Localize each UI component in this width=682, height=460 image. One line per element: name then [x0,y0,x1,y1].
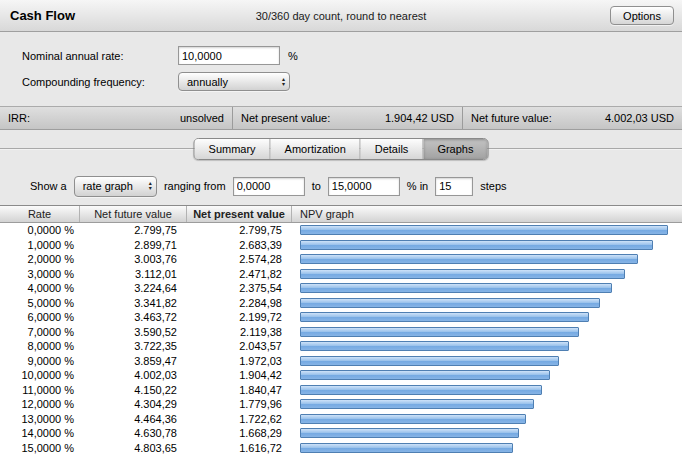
npv-bar [300,443,513,453]
net-present-value-cell: 2.375,54 [187,282,292,294]
tab-summary[interactable]: Summary [195,139,271,159]
compounding-value: annually [187,76,228,88]
irr-status: IRR: unsolved [0,107,233,129]
tab-group: Summary Amortization Details Graphs [194,138,489,160]
npv-graph-cell [292,283,682,293]
npv-graph-cell [292,254,682,264]
ranging-from-label: ranging from [164,180,226,192]
rate-cell: 9,0000 % [0,355,80,367]
net-present-value-cell: 2.284,98 [187,297,292,309]
table-row[interactable]: 4,0000 %3.224,642.375,54 [0,281,682,296]
tab-graphs[interactable]: Graphs [423,139,487,159]
table-row[interactable]: 7,0000 %3.590,522.119,38 [0,325,682,340]
npv-graph-cell [292,414,682,424]
nfv-label: Net future value: [471,112,552,124]
rate-cell: 11,0000 % [0,384,80,396]
popup-arrows-icon: ▴▾ [145,181,156,191]
col-header-rate[interactable]: Rate [0,206,80,222]
net-present-value-cell: 2.574,28 [187,253,292,265]
npv-graph-cell [292,385,682,395]
table-row[interactable]: 12,0000 %4.304,291.779,96 [0,397,682,412]
table-row[interactable]: 2,0000 %3.003,762.574,28 [0,252,682,267]
form-area: Nominal annual rate: % Compounding frequ… [0,32,682,106]
range-to-input[interactable] [328,177,400,196]
npv-graph-cell [292,443,682,453]
table-row[interactable]: 15,0000 %4.803,651.616,72 [0,441,682,456]
npv-graph-cell [292,428,682,438]
npv-bar [300,225,668,235]
net-present-value-cell: 1.722,62 [187,413,292,425]
rate-cell: 2,0000 % [0,253,80,265]
steps-input[interactable] [435,177,473,196]
tab-amortization[interactable]: Amortization [271,139,361,159]
table-row[interactable]: 5,0000 %3.341,822.284,98 [0,296,682,311]
net-present-value-cell: 1.668,29 [187,427,292,439]
rate-cell: 6,0000 % [0,311,80,323]
table-row[interactable]: 8,0000 %3.722,352.043,57 [0,339,682,354]
npv-bar [300,254,638,264]
npv-bar [300,341,569,351]
rate-cell: 13,0000 % [0,413,80,425]
npv-graph-cell [292,341,682,351]
col-header-net-present-value[interactable]: Net present value [187,206,292,222]
rate-cell: 5,0000 % [0,297,80,309]
rate-cell: 10,0000 % [0,369,80,381]
table-row[interactable]: 14,0000 %4.630,781.668,29 [0,426,682,441]
rate-cell: 15,0000 % [0,442,80,454]
tab-details[interactable]: Details [361,139,424,159]
npv-bar [300,399,534,409]
net-present-value-cell: 2.043,57 [187,340,292,352]
npv-graph-cell [292,298,682,308]
npv-bar [300,428,519,438]
npv-graph-cell [292,269,682,279]
table-row[interactable]: 1,0000 %2.899,712.683,39 [0,238,682,253]
rate-cell: 3,0000 % [0,268,80,280]
options-button[interactable]: Options [610,6,674,25]
rate-cell: 7,0000 % [0,326,80,338]
status-bar: IRR: unsolved Net present value: 1.904,4… [0,106,682,130]
npv-bar [300,298,600,308]
rate-cell: 12,0000 % [0,398,80,410]
col-header-net-future-value[interactable]: Net future value [80,206,187,222]
table-row[interactable]: 0,0000 %2.799,752.799,75 [0,223,682,238]
npv-bar [300,240,653,250]
results-table: Rate Net future value Net present value … [0,205,682,460]
graph-type-select[interactable]: rate graph ▴▾ [74,176,157,197]
npv-bar [300,414,526,424]
nominal-rate-label: Nominal annual rate: [22,50,178,62]
graph-type-value: rate graph [83,180,133,192]
nominal-rate-input[interactable] [178,46,280,65]
net-present-value-cell: 2.471,82 [187,268,292,280]
net-present-value-cell: 1.904,42 [187,369,292,381]
table-row[interactable]: 11,0000 %4.150,221.840,47 [0,383,682,398]
net-present-value-cell: 1.616,72 [187,442,292,454]
table-row[interactable]: 10,0000 %4.002,031.904,42 [0,368,682,383]
rate-cell: 0,0000 % [0,224,80,236]
net-future-value-cell: 3.003,76 [80,253,187,265]
day-count-subtitle: 30/360 day count, round to nearest [0,10,682,22]
npv-graph-cell [292,356,682,366]
net-future-value-cell: 4.464,36 [80,413,187,425]
compounding-label: Compounding frequency: [22,76,178,88]
col-header-npv-graph[interactable]: NPV graph [292,206,682,222]
table-row[interactable]: 9,0000 %3.859,471.972,03 [0,354,682,369]
npv-graph-cell [292,399,682,409]
table-row[interactable]: 3,0000 %3.112,012.471,82 [0,267,682,282]
range-from-input[interactable] [233,177,305,196]
net-future-value-cell: 2.799,75 [80,224,187,236]
to-label: to [312,180,321,192]
irr-value: unsolved [180,112,224,124]
table-row[interactable]: 13,0000 %4.464,361.722,62 [0,412,682,427]
npv-bar [300,312,589,322]
nfv-value: 4.002,03 USD [605,112,674,124]
compounding-row: Compounding frequency: annually ▴▾ [22,71,682,92]
npv-graph-cell [292,327,682,337]
net-future-value-cell: 3.224,64 [80,282,187,294]
irr-label: IRR: [8,112,30,124]
popup-arrows-icon: ▴▾ [278,77,289,87]
rate-cell: 4,0000 % [0,282,80,294]
net-future-value-cell: 2.899,71 [80,239,187,251]
table-row[interactable]: 6,0000 %3.463,722.199,72 [0,310,682,325]
graph-controls: Show a rate graph ▴▾ ranging from to % i… [0,167,682,205]
compounding-frequency-select[interactable]: annually ▴▾ [178,72,290,91]
